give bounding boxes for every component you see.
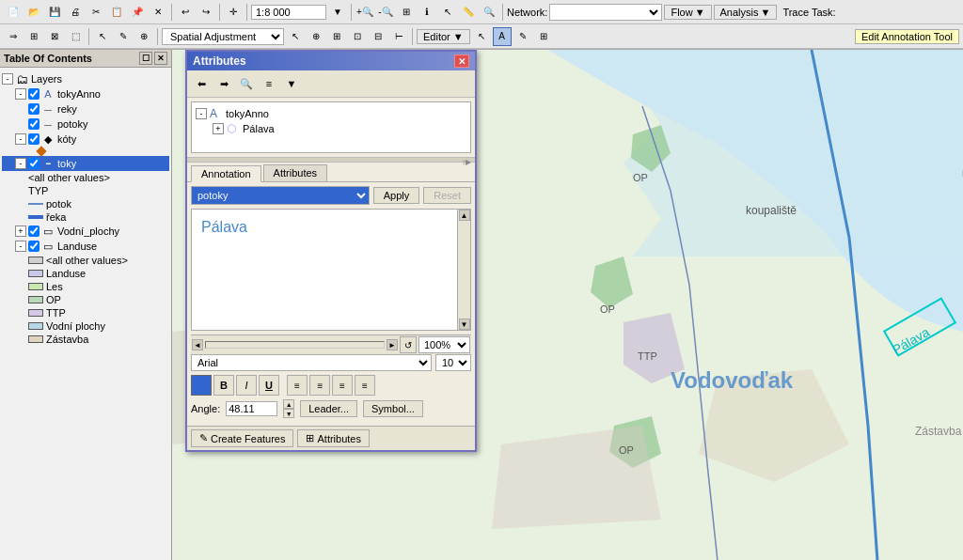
hscroll-left-btn[interactable]: ◄ — [192, 339, 203, 350]
paste-button[interactable]: 📌 — [128, 3, 147, 22]
tb2-btn5[interactable]: ↖ — [93, 27, 112, 46]
delete-button[interactable]: ✕ — [149, 3, 167, 22]
tb2-btn3[interactable]: ⊠ — [45, 27, 64, 46]
edit-btn3[interactable]: ✎ — [513, 27, 532, 46]
tree-root-expand[interactable]: - — [196, 108, 207, 119]
copy-button[interactable]: 📋 — [107, 3, 126, 22]
spatial-adjustment-select[interactable]: Spatial Adjustment — [162, 28, 284, 45]
redo-button[interactable]: ↪ — [197, 3, 215, 22]
annotation-layer-select[interactable]: potoky reky — [191, 186, 370, 205]
size-select[interactable]: 10 8 12 14 — [435, 354, 471, 371]
tb2-btn2[interactable]: ⊞ — [24, 27, 43, 46]
zoom-out-button[interactable]: -🔍 — [376, 3, 395, 22]
scale-dropdown[interactable]: ▼ — [328, 3, 347, 22]
toc-item-reka[interactable]: řeka — [2, 210, 169, 224]
print-button[interactable]: 🖨 — [66, 3, 85, 22]
select-button[interactable]: ↖ — [438, 3, 457, 22]
edit-btn4[interactable]: ⊞ — [534, 27, 553, 46]
leader-button[interactable]: Leader... — [300, 400, 357, 417]
reset-button[interactable]: Reset — [423, 187, 471, 204]
align-justify-button[interactable]: ≡ — [355, 375, 375, 396]
color-swatch-button[interactable] — [191, 375, 212, 396]
potoky-check[interactable] — [28, 118, 39, 130]
dlg-tb-find[interactable]: 🔍 — [236, 73, 257, 94]
dlg-tb-menu[interactable]: ≡ — [259, 73, 279, 94]
tb2-btn1[interactable]: ⇒ — [4, 27, 23, 46]
landuse-expand[interactable]: - — [15, 241, 26, 252]
toc-item-potoky[interactable]: — potoky — [2, 117, 169, 132]
hscroll-right-btn[interactable]: ► — [387, 339, 398, 350]
sa-btn6[interactable]: ⊢ — [389, 27, 408, 46]
vodni-check[interactable] — [28, 226, 39, 237]
tree-child-expand[interactable]: + — [213, 123, 224, 134]
tokyAnno-expand[interactable]: - — [15, 88, 26, 100]
dlg-tb-navigate-forward[interactable]: ➡ — [213, 73, 234, 94]
toky-expand[interactable]: - — [15, 158, 26, 169]
pan-button[interactable]: ✛ — [224, 3, 243, 22]
toc-item-toky[interactable]: - ━ toky — [2, 156, 169, 171]
toc-item-landuse-parent[interactable]: - ▭ Landuse — [2, 239, 169, 254]
landuse-check[interactable] — [28, 241, 39, 252]
sa-btn2[interactable]: ⊕ — [307, 27, 325, 46]
font-select[interactable]: Arial Times New Roman — [191, 354, 432, 371]
apply-button[interactable]: Apply — [373, 187, 420, 204]
tab-annotation[interactable]: Annotation — [191, 165, 261, 182]
toc-layers-root[interactable]: - 🗂 Layers — [2, 71, 169, 86]
align-right-button[interactable]: ≡ — [332, 375, 353, 396]
tree-row-root[interactable]: - A tokyAnno — [196, 106, 466, 121]
attributes-button[interactable]: ⊞ Attributes — [297, 429, 369, 447]
sa-btn5[interactable]: ⊟ — [369, 27, 387, 46]
toc-item-reky[interactable]: — reky — [2, 101, 169, 117]
edit-btn1[interactable]: ↖ — [472, 27, 491, 46]
toc-item-potok[interactable]: potok — [2, 197, 169, 210]
toc-item-all-other[interactable]: <all other values> — [2, 171, 169, 184]
sa-btn4[interactable]: ⊡ — [348, 27, 367, 46]
scale-input[interactable]: 1:8 000 — [251, 5, 326, 20]
sa-btn3[interactable]: ⊞ — [327, 27, 346, 46]
tokyAnno-check[interactable] — [28, 88, 39, 100]
edit-btn2[interactable]: A — [493, 27, 512, 46]
dlg-tb-navigate-back[interactable]: ⬅ — [191, 73, 212, 94]
angle-input[interactable]: 48.11 — [226, 401, 277, 416]
dialog-close-button[interactable]: ✕ — [454, 54, 469, 68]
create-features-button[interactable]: ✎ Create Features — [191, 429, 293, 447]
undo-button[interactable]: ↩ — [176, 3, 195, 22]
cut-button[interactable]: ✂ — [87, 3, 105, 22]
zoom-select[interactable]: 100% 75% 50% 150% — [418, 336, 470, 353]
dialog-titlebar[interactable]: Attributes ✕ — [187, 52, 475, 70]
reky-check[interactable] — [28, 103, 39, 115]
vodni-expand[interactable]: + — [15, 226, 26, 237]
tb2-btn6[interactable]: ✎ — [114, 27, 133, 46]
spin-down-button[interactable]: ▼ — [283, 409, 294, 418]
full-extent-button[interactable]: ⊞ — [397, 3, 416, 22]
toc-item-tokyAnno[interactable]: - A tokyAnno — [2, 86, 169, 101]
analysis-button[interactable]: Analysis ▼ — [714, 5, 778, 20]
sa-btn1[interactable]: ↖ — [286, 27, 305, 46]
toc-float-button[interactable]: ☐ — [139, 52, 152, 65]
tb2-btn7[interactable]: ⊕ — [134, 27, 153, 46]
zoom-in-button[interactable]: +🔍 — [355, 3, 374, 22]
toc-close-button[interactable]: ✕ — [154, 52, 167, 65]
new-button[interactable]: 📄 — [4, 3, 23, 22]
toc-item-koty[interactable]: - ◆ kóty — [2, 132, 169, 147]
align-left-button[interactable]: ≡ — [287, 375, 308, 396]
refresh-button[interactable]: ↺ — [400, 336, 417, 353]
koty-check[interactable] — [28, 133, 39, 145]
tree-row-child[interactable]: + ⬡ Pálava — [196, 121, 466, 136]
toc-item-TYP[interactable]: TYP — [2, 184, 169, 197]
tb2-btn4[interactable]: ⬚ — [66, 27, 85, 46]
open-button[interactable]: 📂 — [24, 3, 43, 22]
identify-button[interactable]: ℹ — [418, 3, 436, 22]
save-button[interactable]: 💾 — [45, 3, 64, 22]
underline-button[interactable]: U — [259, 375, 279, 396]
map-area[interactable]: Pálava koupaliště nádržka Zástavba Vodov… — [172, 50, 963, 560]
symbol-button[interactable]: Symbol... — [363, 400, 423, 417]
align-center-button[interactable]: ≡ — [309, 375, 330, 396]
bold-button[interactable]: B — [213, 375, 234, 396]
hscroll-track[interactable] — [205, 341, 385, 349]
dlg-tb-dropdown[interactable]: ▼ — [281, 73, 302, 94]
toky-check[interactable] — [28, 158, 39, 169]
tab-attributes[interactable]: Attributes — [263, 164, 327, 181]
scroll-up-btn[interactable]: ▲ — [459, 210, 470, 221]
layers-expand[interactable]: - — [2, 73, 13, 85]
